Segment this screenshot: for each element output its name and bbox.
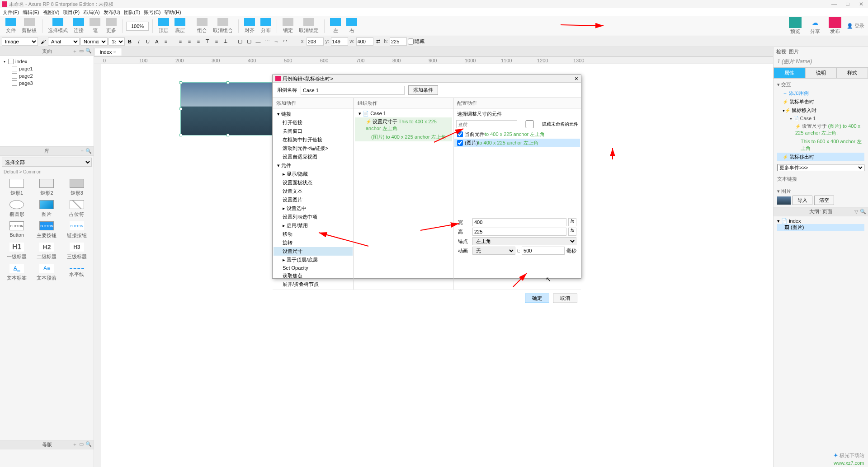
- width-fx-button[interactable]: fx: [568, 218, 576, 226]
- add-page-icon[interactable]: ＋: [72, 48, 77, 55]
- valign-bot-button[interactable]: ⊥: [222, 37, 230, 46]
- config-target-current[interactable]: 当前元件 to 400 x 225 anchor 左上角: [454, 130, 580, 139]
- action-set-size[interactable]: 设置尺寸: [274, 247, 353, 256]
- cancel-button[interactable]: 取消: [553, 294, 577, 303]
- font-select[interactable]: Arial: [48, 37, 80, 46]
- lib-menu-icon[interactable]: ≡: [81, 148, 84, 154]
- zoom-input[interactable]: [126, 22, 149, 31]
- lib-rect3[interactable]: 矩形3: [64, 179, 90, 196]
- organize-action[interactable]: ⚡ 设置尺寸于 This to 400 x 225 anchor 左上角,: [355, 117, 452, 133]
- outline-search-icon[interactable]: 🔍: [860, 209, 866, 215]
- y-input[interactable]: [331, 37, 348, 46]
- outline-page[interactable]: ▾ 📄 index: [777, 218, 864, 224]
- selected-image-widget[interactable]: [180, 82, 275, 135]
- import-button[interactable]: 导入: [793, 196, 812, 205]
- page-page1[interactable]: page1: [2, 65, 92, 72]
- tab-style[interactable]: 样式: [836, 67, 868, 78]
- event-mouseenter[interactable]: ▾⚡ 鼠标移入时: [777, 106, 864, 115]
- action-set-selected[interactable]: ▸ 设置选中: [274, 204, 353, 213]
- hide-checkbox[interactable]: [408, 37, 414, 46]
- lib-hline[interactable]: 水平线: [64, 264, 90, 281]
- case-name-input[interactable]: [301, 86, 405, 95]
- underline-button[interactable]: U: [144, 37, 152, 46]
- event-mouseenter-case[interactable]: ▾ 📄 Case 1: [777, 115, 864, 122]
- action-list-selected[interactable]: 设置列表选中项: [274, 213, 353, 221]
- h-input[interactable]: [390, 37, 407, 46]
- align-right-button[interactable]: ≡: [194, 37, 203, 46]
- action-open-in-frame[interactable]: 在框架中打开链接: [274, 135, 353, 144]
- lib-rect1[interactable]: 矩形1: [4, 179, 30, 196]
- share-button[interactable]: ☁分享: [807, 17, 823, 35]
- action-close-window[interactable]: 关闭窗口: [274, 127, 353, 135]
- tab-notes[interactable]: 说明: [805, 67, 837, 78]
- size-select[interactable]: 13: [108, 37, 125, 46]
- event-mouseenter-action[interactable]: ⚡ 设置尺寸于 (图片) to 400 x 225 anchor 左上角,: [777, 122, 864, 137]
- add-condition-button[interactable]: 添加条件: [408, 85, 438, 95]
- action-cat-widget[interactable]: ▾ 元件: [274, 161, 353, 170]
- duration-input[interactable]: [522, 247, 565, 255]
- tool-file[interactable]: 文件: [4, 18, 18, 34]
- height-input[interactable]: [472, 228, 566, 236]
- dialog-titlebar[interactable]: 用例编辑<鼠标移出时> ×: [273, 75, 581, 83]
- lib-primary-btn[interactable]: BUTTON主要按钮: [33, 221, 60, 239]
- add-master-icon[interactable]: ＋: [72, 441, 77, 448]
- w-input[interactable]: [356, 37, 373, 46]
- action-enable-disable[interactable]: ▸ 启用/禁用: [274, 221, 353, 230]
- height-fx-button[interactable]: fx: [568, 228, 576, 236]
- hide-unnamed-checkbox[interactable]: [519, 120, 540, 128]
- maximize-button[interactable]: □: [841, 0, 854, 8]
- more-events-select[interactable]: 更多事件>>>: [777, 164, 864, 171]
- tool-lock[interactable]: 锁定: [281, 18, 295, 34]
- action-set-opacity[interactable]: Set Opacity: [274, 264, 353, 271]
- menu-file[interactable]: 文件(F): [3, 9, 19, 16]
- outline-image[interactable]: 🖼 (图片): [777, 224, 864, 231]
- valign-mid-button[interactable]: ≡: [212, 37, 221, 46]
- tool-more[interactable]: 更多: [104, 18, 118, 34]
- action-cat-link[interactable]: ▾ 链接: [274, 110, 353, 118]
- menu-help[interactable]: 帮助(H): [164, 9, 181, 16]
- lib-paragraph[interactable]: A≡文本段落: [33, 264, 60, 281]
- action-show-hide[interactable]: ▸ 显示/隐藏: [274, 170, 353, 178]
- event-mouseleave[interactable]: ⚡ 鼠标移出时: [777, 153, 864, 161]
- arrow-button[interactable]: →: [272, 37, 280, 46]
- lib-h1[interactable]: H1一级标题: [4, 243, 30, 260]
- action-tree-expand[interactable]: 展开/折叠树节点: [274, 280, 353, 289]
- lib-label[interactable]: A_文本标签: [4, 264, 30, 281]
- menu-team[interactable]: 团队(T): [124, 9, 140, 16]
- anim-select[interactable]: 无: [472, 247, 515, 255]
- menu-layout[interactable]: 布局(A): [83, 9, 100, 16]
- tool-connect[interactable]: 连接: [71, 18, 86, 34]
- text-color-button[interactable]: A: [153, 37, 161, 46]
- line-width-button[interactable]: —: [254, 37, 262, 46]
- page-page3[interactable]: page3: [2, 79, 92, 87]
- lib-button[interactable]: BUTTONButton: [4, 221, 30, 239]
- master-folder-icon[interactable]: ▭: [79, 441, 84, 448]
- lib-rect2[interactable]: 矩形2: [33, 179, 60, 196]
- italic-button[interactable]: I: [135, 37, 143, 46]
- publish-button[interactable]: 发布: [827, 17, 843, 35]
- tool-align[interactable]: 对齐: [242, 18, 257, 34]
- tab-close-icon[interactable]: ×: [113, 49, 116, 55]
- anchor-select[interactable]: 左上角: [472, 237, 576, 245]
- action-open-link[interactable]: 打开链接: [274, 118, 353, 127]
- action-move[interactable]: 移动: [274, 230, 353, 238]
- tool-left[interactable]: 左: [328, 18, 343, 34]
- lib-h2[interactable]: H2二级标题: [33, 243, 60, 260]
- menu-view[interactable]: 视图(V): [43, 9, 60, 16]
- tool-distribute[interactable]: 分布: [259, 18, 273, 34]
- action-set-text[interactable]: 设置文本: [274, 187, 353, 196]
- tab-index[interactable]: index ×: [94, 48, 122, 56]
- page-index[interactable]: ▾index: [2, 58, 92, 65]
- clear-button[interactable]: 清空: [814, 196, 834, 205]
- menu-project[interactable]: 项目(P): [63, 9, 80, 16]
- minimize-button[interactable]: —: [827, 0, 841, 8]
- action-bring-front[interactable]: ▸ 置于顶层/底层: [274, 256, 353, 264]
- tool-unlock[interactable]: 取消锁定: [297, 18, 321, 34]
- widget-type-select[interactable]: Image: [2, 37, 38, 46]
- menu-publish[interactable]: 发布(U): [104, 9, 120, 16]
- search-pages-icon[interactable]: 🔍: [85, 48, 92, 55]
- bold-button[interactable]: B: [126, 37, 134, 46]
- line-color-button[interactable]: ▢: [245, 37, 253, 46]
- tool-select[interactable]: 选择模式: [46, 18, 70, 34]
- tool-ungroup[interactable]: 取消组合: [211, 18, 235, 34]
